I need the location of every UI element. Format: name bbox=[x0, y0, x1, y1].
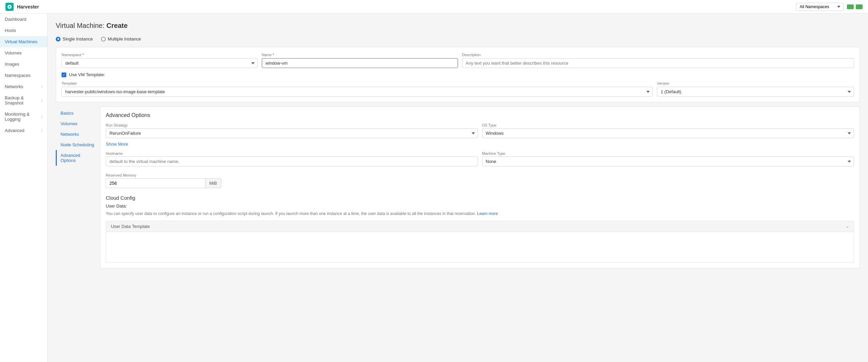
single-radio-dot bbox=[56, 37, 61, 42]
layout: Dashboard Hosts Virtual Machines Volumes… bbox=[0, 14, 868, 362]
user-data-template-label: User Data Template bbox=[111, 224, 150, 229]
tab-volumes[interactable]: Volumes bbox=[56, 118, 100, 129]
tab-basics[interactable]: Basics bbox=[56, 108, 100, 118]
sidebar-item-backup[interactable]: Backup & Snapshot ‹ bbox=[0, 92, 47, 109]
name-label: Name * bbox=[262, 53, 458, 57]
app-title: Harvester bbox=[17, 4, 39, 10]
machine-type-label: Machine Type bbox=[482, 151, 854, 155]
user-data-editor[interactable] bbox=[106, 232, 854, 263]
right-panel: Advanced Options Run Strategy RerunOnFai… bbox=[100, 106, 860, 268]
os-type-label: OS Type bbox=[482, 123, 854, 127]
multiple-radio-dot bbox=[101, 37, 106, 42]
sidebar-item-namespaces[interactable]: Namespaces bbox=[0, 70, 47, 81]
sidebar-item-networks[interactable]: Networks ‹ bbox=[0, 81, 47, 92]
description-label: Description bbox=[462, 53, 854, 57]
os-type-field: OS Type Windows bbox=[482, 123, 854, 138]
backup-chevron: ‹ bbox=[41, 99, 42, 102]
version-field: Version 1 (Default) bbox=[657, 81, 854, 97]
networks-chevron: ‹ bbox=[41, 85, 42, 88]
advanced-chevron: ‹ bbox=[41, 129, 42, 132]
status-bar-green2 bbox=[856, 4, 863, 9]
basic-fields-row: Namespace * default Name * bbox=[62, 53, 854, 68]
template-field: Template harvester-public/windows-iso-im… bbox=[62, 81, 653, 97]
tab-networks[interactable]: Networks bbox=[56, 129, 100, 139]
reserved-memory-label: Reserved Memory bbox=[106, 173, 854, 177]
sidebar-item-images[interactable]: Images bbox=[0, 59, 47, 70]
single-instance-radio[interactable]: Single Instance bbox=[56, 36, 93, 42]
run-strategy-field: Run Strategy RerunOnFailure bbox=[106, 123, 478, 138]
topbar-left: Harvester bbox=[5, 3, 39, 11]
page-title-plain: Virtual Machine: bbox=[56, 22, 104, 30]
memory-input[interactable] bbox=[109, 181, 202, 186]
template-select[interactable]: harvester-public/windows-iso-image-base-… bbox=[62, 87, 653, 97]
user-data-title: User Data: bbox=[106, 203, 854, 209]
namespace-select-input[interactable]: default bbox=[62, 58, 258, 68]
tab-node-scheduling[interactable]: Node Scheduling bbox=[56, 139, 100, 150]
memory-unit: MiB bbox=[205, 178, 221, 188]
multiple-instance-radio[interactable]: Multiple Instance bbox=[101, 36, 141, 42]
hostname-input[interactable] bbox=[106, 157, 478, 166]
cloud-config-section: Cloud Config User Data: You can specify … bbox=[106, 195, 854, 263]
machine-type-field: Machine Type None bbox=[482, 151, 854, 170]
left-nav: Basics Volumes Networks Node Scheduling … bbox=[56, 106, 100, 268]
name-field: Name * bbox=[262, 53, 458, 68]
topbar-right: All Namespaces default bbox=[796, 3, 863, 11]
reserved-memory-row: Reserved Memory MiB bbox=[106, 173, 854, 188]
top-form-card: Namespace * default Name * bbox=[56, 47, 860, 102]
use-vm-template-label: Use VM Template: bbox=[69, 72, 105, 77]
main-content: Virtual Machine: Create Single Instance … bbox=[48, 14, 868, 362]
machine-type-select[interactable]: None bbox=[482, 157, 854, 166]
sidebar-item-monitoring[interactable]: Monitoring & Logging ‹ bbox=[0, 109, 47, 125]
sidebar-item-hosts[interactable]: Hosts bbox=[0, 25, 47, 36]
app-logo bbox=[5, 3, 14, 11]
status-icons bbox=[847, 4, 863, 9]
version-label: Version bbox=[657, 81, 854, 85]
status-bar-green bbox=[847, 4, 854, 9]
use-vm-template-row[interactable]: ✓ Use VM Template: bbox=[62, 72, 854, 77]
user-data-template-chevron: ⌄ bbox=[846, 224, 849, 229]
run-strategy-select[interactable]: RerunOnFailure bbox=[106, 128, 478, 138]
sidebar-item-advanced[interactable]: Advanced ‹ bbox=[0, 125, 47, 136]
topbar: Harvester All Namespaces default bbox=[0, 0, 868, 14]
user-data-desc: You can specify user data to configure a… bbox=[106, 211, 854, 217]
instance-type-row: Single Instance Multiple Instance bbox=[56, 36, 860, 42]
memory-input-row: MiB bbox=[106, 178, 221, 188]
version-select[interactable]: 1 (Default) bbox=[657, 87, 854, 97]
sidebar: Dashboard Hosts Virtual Machines Volumes… bbox=[0, 14, 48, 362]
show-more-link[interactable]: Show More bbox=[106, 142, 854, 147]
user-data-template-bar[interactable]: User Data Template ⌄ bbox=[106, 221, 854, 232]
sidebar-item-vms[interactable]: Virtual Machines bbox=[0, 36, 47, 47]
advanced-options-title: Advanced Options bbox=[106, 112, 854, 118]
hostname-machine-row: Hostname Machine Type None bbox=[106, 151, 854, 170]
page-title-bold: Create bbox=[106, 22, 127, 30]
learn-more-link[interactable]: Learn more bbox=[477, 211, 498, 216]
hostname-label: Hostname bbox=[106, 151, 478, 155]
template-version-row: Template harvester-public/windows-iso-im… bbox=[62, 81, 854, 97]
tab-advanced-options[interactable]: Advanced Options bbox=[56, 150, 100, 166]
description-field: Description bbox=[462, 53, 854, 68]
namespace-field: Namespace * default bbox=[62, 53, 258, 68]
memory-input-wrap bbox=[106, 178, 205, 188]
os-type-select[interactable]: Windows bbox=[482, 128, 854, 138]
sidebar-item-dashboard[interactable]: Dashboard bbox=[0, 14, 47, 25]
hostname-field: Hostname bbox=[106, 151, 478, 166]
sidebar-item-volumes[interactable]: Volumes bbox=[0, 47, 47, 59]
namespace-label: Namespace * bbox=[62, 53, 258, 57]
description-input[interactable] bbox=[462, 58, 854, 68]
monitoring-chevron: ‹ bbox=[41, 115, 42, 119]
cloud-config-title: Cloud Config bbox=[106, 195, 854, 201]
content-area: Basics Volumes Networks Node Scheduling … bbox=[56, 106, 860, 268]
use-vm-template-checkbox[interactable]: ✓ bbox=[62, 72, 66, 77]
run-strategy-os-row: Run Strategy RerunOnFailure OS Type Wind… bbox=[106, 123, 854, 138]
template-label: Template bbox=[62, 81, 653, 85]
run-strategy-label: Run Strategy bbox=[106, 123, 478, 127]
name-input[interactable] bbox=[262, 58, 458, 68]
namespace-select[interactable]: All Namespaces default bbox=[796, 3, 844, 11]
advanced-options-section: Advanced Options Run Strategy RerunOnFai… bbox=[100, 106, 860, 268]
page-header: Virtual Machine: Create bbox=[56, 22, 860, 30]
